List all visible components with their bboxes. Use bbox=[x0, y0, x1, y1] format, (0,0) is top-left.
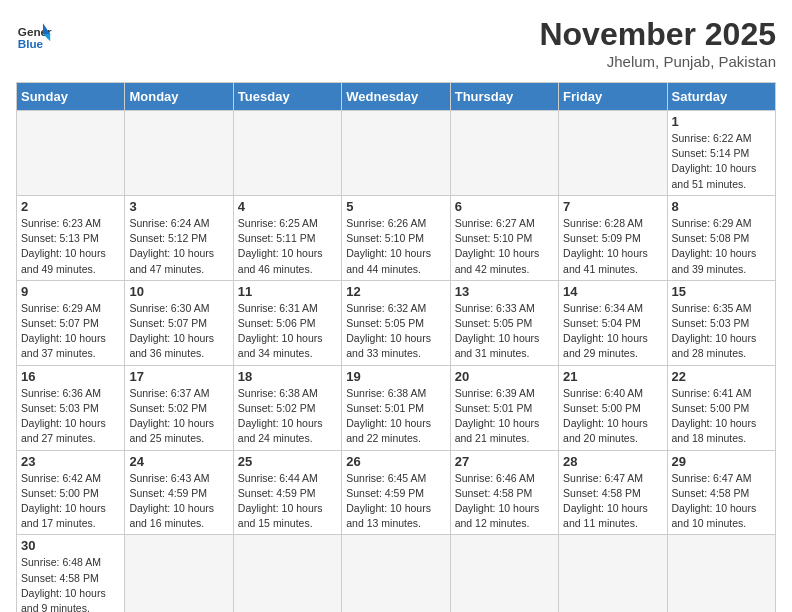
calendar-cell bbox=[342, 111, 450, 196]
page-header: General Blue November 2025 Jhelum, Punja… bbox=[16, 16, 776, 70]
calendar-cell: 27Sunrise: 6:46 AM Sunset: 4:58 PM Dayli… bbox=[450, 450, 558, 535]
calendar-cell bbox=[559, 535, 667, 612]
calendar-cell: 24Sunrise: 6:43 AM Sunset: 4:59 PM Dayli… bbox=[125, 450, 233, 535]
calendar-cell: 14Sunrise: 6:34 AM Sunset: 5:04 PM Dayli… bbox=[559, 280, 667, 365]
day-info: Sunrise: 6:36 AM Sunset: 5:03 PM Dayligh… bbox=[21, 386, 120, 447]
calendar-cell: 5Sunrise: 6:26 AM Sunset: 5:10 PM Daylig… bbox=[342, 195, 450, 280]
calendar-cell: 3Sunrise: 6:24 AM Sunset: 5:12 PM Daylig… bbox=[125, 195, 233, 280]
day-number: 6 bbox=[455, 199, 554, 214]
day-number: 9 bbox=[21, 284, 120, 299]
calendar-row: 30Sunrise: 6:48 AM Sunset: 4:58 PM Dayli… bbox=[17, 535, 776, 612]
calendar-cell: 2Sunrise: 6:23 AM Sunset: 5:13 PM Daylig… bbox=[17, 195, 125, 280]
calendar-cell: 13Sunrise: 6:33 AM Sunset: 5:05 PM Dayli… bbox=[450, 280, 558, 365]
day-number: 25 bbox=[238, 454, 337, 469]
weekday-header: Saturday bbox=[667, 83, 775, 111]
calendar-row: 23Sunrise: 6:42 AM Sunset: 5:00 PM Dayli… bbox=[17, 450, 776, 535]
day-info: Sunrise: 6:46 AM Sunset: 4:58 PM Dayligh… bbox=[455, 471, 554, 532]
calendar-cell: 21Sunrise: 6:40 AM Sunset: 5:00 PM Dayli… bbox=[559, 365, 667, 450]
calendar-cell bbox=[17, 111, 125, 196]
day-number: 13 bbox=[455, 284, 554, 299]
calendar-cell bbox=[233, 111, 341, 196]
day-info: Sunrise: 6:23 AM Sunset: 5:13 PM Dayligh… bbox=[21, 216, 120, 277]
day-info: Sunrise: 6:33 AM Sunset: 5:05 PM Dayligh… bbox=[455, 301, 554, 362]
calendar-cell: 10Sunrise: 6:30 AM Sunset: 5:07 PM Dayli… bbox=[125, 280, 233, 365]
day-number: 10 bbox=[129, 284, 228, 299]
day-number: 19 bbox=[346, 369, 445, 384]
location: Jhelum, Punjab, Pakistan bbox=[539, 53, 776, 70]
day-number: 1 bbox=[672, 114, 771, 129]
day-number: 21 bbox=[563, 369, 662, 384]
day-number: 22 bbox=[672, 369, 771, 384]
day-number: 24 bbox=[129, 454, 228, 469]
calendar-cell: 25Sunrise: 6:44 AM Sunset: 4:59 PM Dayli… bbox=[233, 450, 341, 535]
logo-icon: General Blue bbox=[16, 16, 52, 52]
day-number: 27 bbox=[455, 454, 554, 469]
day-number: 28 bbox=[563, 454, 662, 469]
day-info: Sunrise: 6:38 AM Sunset: 5:01 PM Dayligh… bbox=[346, 386, 445, 447]
day-info: Sunrise: 6:28 AM Sunset: 5:09 PM Dayligh… bbox=[563, 216, 662, 277]
calendar-cell: 9Sunrise: 6:29 AM Sunset: 5:07 PM Daylig… bbox=[17, 280, 125, 365]
calendar-row: 16Sunrise: 6:36 AM Sunset: 5:03 PM Dayli… bbox=[17, 365, 776, 450]
weekday-header-row: SundayMondayTuesdayWednesdayThursdayFrid… bbox=[17, 83, 776, 111]
day-info: Sunrise: 6:22 AM Sunset: 5:14 PM Dayligh… bbox=[672, 131, 771, 192]
calendar-cell: 26Sunrise: 6:45 AM Sunset: 4:59 PM Dayli… bbox=[342, 450, 450, 535]
weekday-header: Friday bbox=[559, 83, 667, 111]
day-info: Sunrise: 6:35 AM Sunset: 5:03 PM Dayligh… bbox=[672, 301, 771, 362]
calendar-row: 2Sunrise: 6:23 AM Sunset: 5:13 PM Daylig… bbox=[17, 195, 776, 280]
weekday-header: Tuesday bbox=[233, 83, 341, 111]
day-number: 4 bbox=[238, 199, 337, 214]
day-info: Sunrise: 6:34 AM Sunset: 5:04 PM Dayligh… bbox=[563, 301, 662, 362]
calendar-cell: 15Sunrise: 6:35 AM Sunset: 5:03 PM Dayli… bbox=[667, 280, 775, 365]
day-number: 30 bbox=[21, 538, 120, 553]
calendar-cell: 16Sunrise: 6:36 AM Sunset: 5:03 PM Dayli… bbox=[17, 365, 125, 450]
day-info: Sunrise: 6:45 AM Sunset: 4:59 PM Dayligh… bbox=[346, 471, 445, 532]
calendar-cell: 19Sunrise: 6:38 AM Sunset: 5:01 PM Dayli… bbox=[342, 365, 450, 450]
day-info: Sunrise: 6:41 AM Sunset: 5:00 PM Dayligh… bbox=[672, 386, 771, 447]
day-number: 26 bbox=[346, 454, 445, 469]
day-number: 5 bbox=[346, 199, 445, 214]
calendar-cell: 1Sunrise: 6:22 AM Sunset: 5:14 PM Daylig… bbox=[667, 111, 775, 196]
calendar-cell: 30Sunrise: 6:48 AM Sunset: 4:58 PM Dayli… bbox=[17, 535, 125, 612]
weekday-header: Sunday bbox=[17, 83, 125, 111]
weekday-header: Thursday bbox=[450, 83, 558, 111]
calendar-cell: 20Sunrise: 6:39 AM Sunset: 5:01 PM Dayli… bbox=[450, 365, 558, 450]
weekday-header: Monday bbox=[125, 83, 233, 111]
calendar-cell: 28Sunrise: 6:47 AM Sunset: 4:58 PM Dayli… bbox=[559, 450, 667, 535]
day-number: 14 bbox=[563, 284, 662, 299]
day-info: Sunrise: 6:26 AM Sunset: 5:10 PM Dayligh… bbox=[346, 216, 445, 277]
calendar-row: 9Sunrise: 6:29 AM Sunset: 5:07 PM Daylig… bbox=[17, 280, 776, 365]
day-info: Sunrise: 6:44 AM Sunset: 4:59 PM Dayligh… bbox=[238, 471, 337, 532]
day-info: Sunrise: 6:31 AM Sunset: 5:06 PM Dayligh… bbox=[238, 301, 337, 362]
day-number: 29 bbox=[672, 454, 771, 469]
day-info: Sunrise: 6:30 AM Sunset: 5:07 PM Dayligh… bbox=[129, 301, 228, 362]
weekday-header: Wednesday bbox=[342, 83, 450, 111]
day-number: 3 bbox=[129, 199, 228, 214]
day-info: Sunrise: 6:39 AM Sunset: 5:01 PM Dayligh… bbox=[455, 386, 554, 447]
calendar-cell bbox=[342, 535, 450, 612]
calendar-cell: 6Sunrise: 6:27 AM Sunset: 5:10 PM Daylig… bbox=[450, 195, 558, 280]
day-info: Sunrise: 6:43 AM Sunset: 4:59 PM Dayligh… bbox=[129, 471, 228, 532]
calendar-cell: 18Sunrise: 6:38 AM Sunset: 5:02 PM Dayli… bbox=[233, 365, 341, 450]
day-info: Sunrise: 6:27 AM Sunset: 5:10 PM Dayligh… bbox=[455, 216, 554, 277]
day-number: 15 bbox=[672, 284, 771, 299]
day-number: 20 bbox=[455, 369, 554, 384]
title-block: November 2025 Jhelum, Punjab, Pakistan bbox=[539, 16, 776, 70]
day-number: 17 bbox=[129, 369, 228, 384]
day-number: 18 bbox=[238, 369, 337, 384]
day-info: Sunrise: 6:37 AM Sunset: 5:02 PM Dayligh… bbox=[129, 386, 228, 447]
day-number: 8 bbox=[672, 199, 771, 214]
day-number: 7 bbox=[563, 199, 662, 214]
calendar-cell: 22Sunrise: 6:41 AM Sunset: 5:00 PM Dayli… bbox=[667, 365, 775, 450]
calendar-cell: 23Sunrise: 6:42 AM Sunset: 5:00 PM Dayli… bbox=[17, 450, 125, 535]
calendar-cell bbox=[233, 535, 341, 612]
calendar-row: 1Sunrise: 6:22 AM Sunset: 5:14 PM Daylig… bbox=[17, 111, 776, 196]
day-info: Sunrise: 6:38 AM Sunset: 5:02 PM Dayligh… bbox=[238, 386, 337, 447]
calendar-cell: 12Sunrise: 6:32 AM Sunset: 5:05 PM Dayli… bbox=[342, 280, 450, 365]
calendar-cell: 29Sunrise: 6:47 AM Sunset: 4:58 PM Dayli… bbox=[667, 450, 775, 535]
calendar-cell bbox=[125, 111, 233, 196]
month-year: November 2025 bbox=[539, 16, 776, 53]
logo: General Blue bbox=[16, 16, 52, 52]
calendar-cell bbox=[667, 535, 775, 612]
day-info: Sunrise: 6:47 AM Sunset: 4:58 PM Dayligh… bbox=[563, 471, 662, 532]
day-info: Sunrise: 6:32 AM Sunset: 5:05 PM Dayligh… bbox=[346, 301, 445, 362]
